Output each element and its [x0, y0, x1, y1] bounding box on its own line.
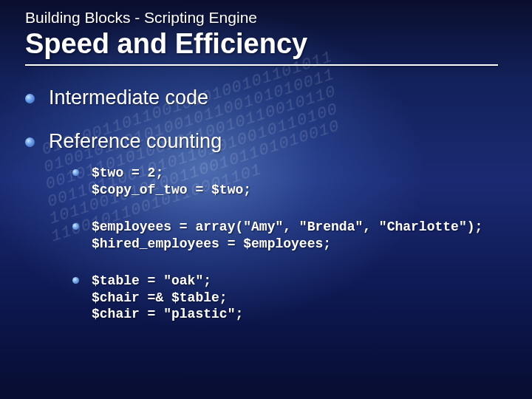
bullet-list: Intermediate code Reference counting $tw…: [25, 86, 507, 323]
code-item-2: $employees = array("Amy", "Brenda", "Cha…: [49, 219, 507, 252]
code-block: $table = "oak"; $chair =& $table; $chair…: [92, 273, 507, 323]
bullet-text: Reference counting: [49, 130, 222, 152]
code-item-1: $two = 2; $copy_of_two = $two;: [49, 165, 507, 198]
bullet-intermediate-code: Intermediate code: [25, 86, 507, 109]
bullet-text: Intermediate code: [49, 86, 208, 109]
code-list: $two = 2; $copy_of_two = $two; $employee…: [49, 165, 507, 323]
bullet-reference-counting: Reference counting $two = 2; $copy_of_tw…: [25, 130, 507, 323]
code-block: $employees = array("Amy", "Brenda", "Cha…: [92, 219, 507, 252]
slide-superheading: Building Blocks - Scripting Engine: [25, 9, 507, 27]
slide-body: Building Blocks - Scripting Engine Speed…: [0, 0, 532, 323]
title-underline: [25, 64, 498, 66]
code-block: $two = 2; $copy_of_two = $two;: [92, 165, 507, 198]
code-item-3: $table = "oak"; $chair =& $table; $chair…: [49, 273, 507, 323]
slide-title: Speed and Efficiency: [25, 28, 507, 60]
